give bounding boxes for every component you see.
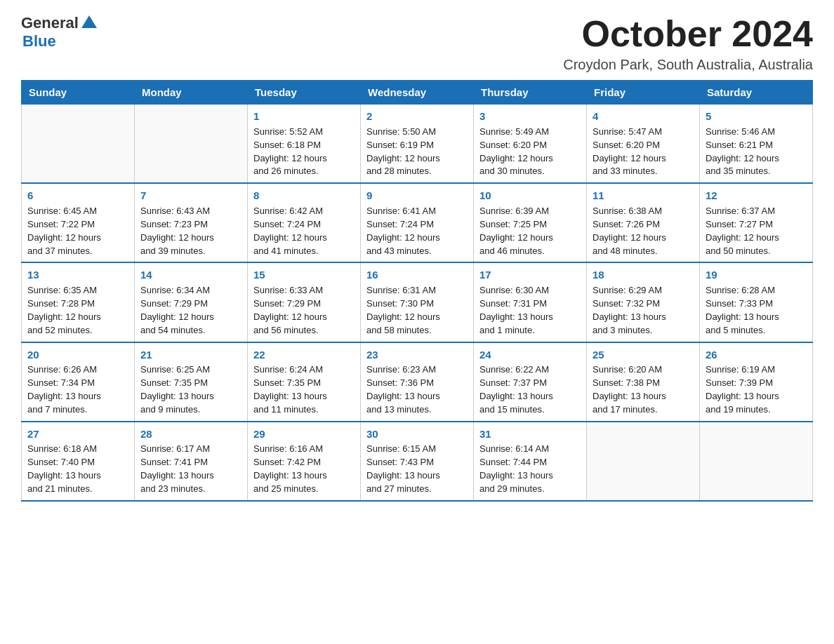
- col-wednesday: Wednesday: [361, 81, 474, 105]
- day-info: Sunrise: 6:26 AM Sunset: 7:34 PM Dayligh…: [27, 363, 128, 416]
- page-header: General Blue October 2024 Croydon Park, …: [21, 14, 813, 73]
- table-row: 3Sunrise: 5:49 AM Sunset: 6:20 PM Daylig…: [474, 105, 587, 184]
- day-number: 7: [140, 188, 241, 203]
- day-info: Sunrise: 6:29 AM Sunset: 7:32 PM Dayligh…: [593, 284, 694, 337]
- table-row: 17Sunrise: 6:30 AM Sunset: 7:31 PM Dayli…: [474, 262, 587, 342]
- day-number: 10: [479, 188, 581, 203]
- day-number: 19: [706, 267, 807, 283]
- col-sunday: Sunday: [22, 81, 135, 105]
- table-row: [700, 422, 813, 501]
- calendar-week-row: 1Sunrise: 5:52 AM Sunset: 6:18 PM Daylig…: [22, 105, 813, 184]
- col-thursday: Thursday: [474, 81, 587, 105]
- table-row: 18Sunrise: 6:29 AM Sunset: 7:32 PM Dayli…: [587, 262, 700, 342]
- location-title: Croydon Park, South Australia, Australia: [563, 57, 813, 73]
- day-info: Sunrise: 6:22 AM Sunset: 7:37 PM Dayligh…: [479, 363, 581, 416]
- day-number: 1: [253, 109, 355, 124]
- day-info: Sunrise: 6:39 AM Sunset: 7:25 PM Dayligh…: [479, 205, 581, 257]
- day-number: 4: [593, 109, 694, 124]
- day-info: Sunrise: 6:15 AM Sunset: 7:43 PM Dayligh…: [366, 443, 468, 495]
- day-number: 8: [253, 188, 355, 203]
- day-info: Sunrise: 5:49 AM Sunset: 6:20 PM Dayligh…: [479, 126, 581, 178]
- table-row: 9Sunrise: 6:41 AM Sunset: 7:24 PM Daylig…: [361, 183, 474, 262]
- day-info: Sunrise: 6:24 AM Sunset: 7:35 PM Dayligh…: [253, 363, 355, 416]
- table-row: [22, 105, 135, 184]
- table-row: 30Sunrise: 6:15 AM Sunset: 7:43 PM Dayli…: [361, 422, 474, 501]
- table-row: [587, 422, 700, 501]
- day-number: 20: [27, 347, 128, 363]
- table-row: 13Sunrise: 6:35 AM Sunset: 7:28 PM Dayli…: [22, 262, 135, 342]
- table-row: 1Sunrise: 5:52 AM Sunset: 6:18 PM Daylig…: [248, 105, 361, 184]
- table-row: 15Sunrise: 6:33 AM Sunset: 7:29 PM Dayli…: [248, 262, 361, 342]
- day-number: 30: [366, 427, 468, 442]
- day-number: 26: [706, 347, 807, 363]
- day-info: Sunrise: 6:23 AM Sunset: 7:36 PM Dayligh…: [366, 363, 468, 416]
- day-number: 5: [706, 109, 807, 124]
- day-number: 11: [593, 188, 694, 203]
- day-info: Sunrise: 6:17 AM Sunset: 7:41 PM Dayligh…: [140, 443, 241, 495]
- day-info: Sunrise: 5:50 AM Sunset: 6:19 PM Dayligh…: [366, 126, 468, 178]
- day-info: Sunrise: 6:28 AM Sunset: 7:33 PM Dayligh…: [706, 284, 807, 337]
- logo-blue-text: Blue: [22, 32, 56, 51]
- day-info: Sunrise: 6:19 AM Sunset: 7:39 PM Dayligh…: [706, 363, 807, 416]
- day-number: 16: [366, 267, 468, 283]
- table-row: 11Sunrise: 6:38 AM Sunset: 7:26 PM Dayli…: [587, 183, 700, 262]
- table-row: 25Sunrise: 6:20 AM Sunset: 7:38 PM Dayli…: [587, 342, 700, 422]
- day-info: Sunrise: 6:14 AM Sunset: 7:44 PM Dayligh…: [479, 443, 581, 495]
- logo-general-text: General: [21, 14, 79, 32]
- table-row: 2Sunrise: 5:50 AM Sunset: 6:19 PM Daylig…: [361, 105, 474, 184]
- calendar-week-row: 6Sunrise: 6:45 AM Sunset: 7:22 PM Daylig…: [22, 183, 813, 262]
- day-number: 2: [366, 109, 468, 124]
- day-number: 17: [479, 267, 581, 283]
- day-info: Sunrise: 6:18 AM Sunset: 7:40 PM Dayligh…: [27, 443, 128, 495]
- day-number: 6: [27, 188, 128, 203]
- day-info: Sunrise: 6:45 AM Sunset: 7:22 PM Dayligh…: [27, 205, 128, 257]
- table-row: 31Sunrise: 6:14 AM Sunset: 7:44 PM Dayli…: [474, 422, 587, 501]
- col-tuesday: Tuesday: [248, 81, 361, 105]
- day-info: Sunrise: 5:46 AM Sunset: 6:21 PM Dayligh…: [706, 126, 807, 178]
- table-row: 21Sunrise: 6:25 AM Sunset: 7:35 PM Dayli…: [135, 342, 248, 422]
- table-row: 14Sunrise: 6:34 AM Sunset: 7:29 PM Dayli…: [135, 262, 248, 342]
- day-info: Sunrise: 6:30 AM Sunset: 7:31 PM Dayligh…: [479, 284, 581, 337]
- month-title: October 2024: [563, 14, 813, 54]
- table-row: 5Sunrise: 5:46 AM Sunset: 6:21 PM Daylig…: [700, 105, 813, 184]
- day-info: Sunrise: 6:41 AM Sunset: 7:24 PM Dayligh…: [366, 205, 468, 257]
- day-number: 15: [253, 267, 355, 283]
- day-info: Sunrise: 6:16 AM Sunset: 7:42 PM Dayligh…: [253, 443, 355, 495]
- day-info: Sunrise: 6:38 AM Sunset: 7:26 PM Dayligh…: [593, 205, 694, 257]
- logo-triangle-icon: [81, 14, 97, 32]
- day-number: 3: [479, 109, 581, 124]
- svg-marker-0: [81, 15, 97, 28]
- table-row: 12Sunrise: 6:37 AM Sunset: 7:27 PM Dayli…: [700, 183, 813, 262]
- day-number: 31: [479, 427, 581, 442]
- table-row: 10Sunrise: 6:39 AM Sunset: 7:25 PM Dayli…: [474, 183, 587, 262]
- table-row: 6Sunrise: 6:45 AM Sunset: 7:22 PM Daylig…: [22, 183, 135, 262]
- day-info: Sunrise: 5:52 AM Sunset: 6:18 PM Dayligh…: [253, 126, 355, 178]
- day-number: 24: [479, 347, 581, 363]
- table-row: 27Sunrise: 6:18 AM Sunset: 7:40 PM Dayli…: [22, 422, 135, 501]
- day-info: Sunrise: 6:25 AM Sunset: 7:35 PM Dayligh…: [140, 363, 241, 416]
- table-row: 19Sunrise: 6:28 AM Sunset: 7:33 PM Dayli…: [700, 262, 813, 342]
- day-number: 27: [27, 427, 128, 442]
- table-row: 20Sunrise: 6:26 AM Sunset: 7:34 PM Dayli…: [22, 342, 135, 422]
- col-monday: Monday: [135, 81, 248, 105]
- day-number: 18: [593, 267, 694, 283]
- table-row: 22Sunrise: 6:24 AM Sunset: 7:35 PM Dayli…: [248, 342, 361, 422]
- day-info: Sunrise: 6:34 AM Sunset: 7:29 PM Dayligh…: [140, 284, 241, 337]
- day-info: Sunrise: 6:20 AM Sunset: 7:38 PM Dayligh…: [593, 363, 694, 416]
- day-number: 25: [593, 347, 694, 363]
- table-row: 24Sunrise: 6:22 AM Sunset: 7:37 PM Dayli…: [474, 342, 587, 422]
- day-number: 12: [706, 188, 807, 203]
- day-info: Sunrise: 6:43 AM Sunset: 7:23 PM Dayligh…: [140, 205, 241, 257]
- table-row: 23Sunrise: 6:23 AM Sunset: 7:36 PM Dayli…: [361, 342, 474, 422]
- day-number: 13: [27, 267, 128, 283]
- day-info: Sunrise: 5:47 AM Sunset: 6:20 PM Dayligh…: [593, 126, 694, 178]
- day-number: 21: [140, 347, 241, 363]
- day-info: Sunrise: 6:35 AM Sunset: 7:28 PM Dayligh…: [27, 284, 128, 337]
- table-row: 8Sunrise: 6:42 AM Sunset: 7:24 PM Daylig…: [248, 183, 361, 262]
- day-number: 28: [140, 427, 241, 442]
- day-number: 9: [366, 188, 468, 203]
- logo: General Blue: [21, 14, 97, 51]
- calendar-week-row: 27Sunrise: 6:18 AM Sunset: 7:40 PM Dayli…: [22, 422, 813, 501]
- calendar-table: Sunday Monday Tuesday Wednesday Thursday…: [21, 80, 813, 502]
- table-row: 28Sunrise: 6:17 AM Sunset: 7:41 PM Dayli…: [135, 422, 248, 501]
